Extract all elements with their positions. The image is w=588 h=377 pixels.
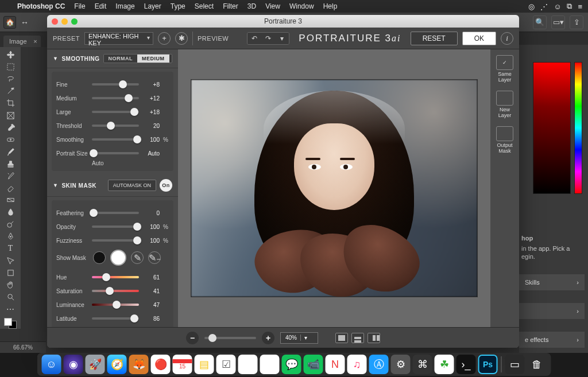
brush-tool-icon[interactable] [2,146,18,157]
same-layer-option[interactable]: ✓ [496,55,513,70]
hand-tool-icon[interactable] [2,279,18,290]
menu-filter[interactable]: Filter [218,2,243,10]
preview-image[interactable] [191,79,478,297]
info-button[interactable]: i [501,32,513,45]
finder-app-icon[interactable]: ☺ [42,355,61,374]
menu-select[interactable]: Select [190,2,218,10]
more-tools-icon[interactable]: ⋯ [2,304,18,314]
slider-luminance[interactable]: Luminance 47 [56,299,169,310]
gradient-tool-icon[interactable] [2,195,18,205]
appstore-app-icon[interactable]: Ⓐ [369,355,389,374]
settings-app-icon[interactable]: ⚙ [391,355,411,374]
music-app-icon[interactable]: ♫ [347,355,367,374]
slider-medium[interactable]: Medium +12 [56,92,169,104]
photos-app-icon[interactable]: ✿ [260,355,280,374]
output-mask-option[interactable] [496,126,513,141]
skinmask-header[interactable]: ▼ SKIN MASK AUTOMASK ON On [53,179,172,192]
learn-item-skills[interactable]: Skills› [519,274,585,290]
smoothing-mode-medium[interactable]: MEDIUM [137,55,169,63]
zoom-readout[interactable]: 66.67% [0,341,46,353]
color-swatches[interactable] [4,318,17,329]
slider-hue[interactable]: Hue 61 [56,271,169,283]
pen-tool-icon[interactable] [2,231,18,242]
smoothing-mode-normal[interactable]: NORMAL [104,55,138,63]
hue-strip[interactable] [574,62,582,194]
menu-file[interactable]: File [69,2,90,10]
photoshop-app-icon[interactable]: Ps [478,355,498,374]
eraser-tool-icon[interactable] [2,182,18,193]
launchpad-app-icon[interactable]: 🚀 [86,355,105,374]
frame-tool-icon[interactable] [2,110,18,121]
safari-app-icon[interactable]: 🧭 [107,355,127,374]
history-brush-tool-icon[interactable] [2,170,18,181]
news-app-icon[interactable]: N [326,355,345,374]
zoom-tool-icon[interactable] [2,292,18,302]
zoom-slider[interactable] [204,337,256,339]
mask-black-swatch[interactable] [93,251,106,264]
tool-icon[interactable]: ↔ [21,18,29,27]
slider-opacity[interactable]: Opacity 100 % [56,221,169,232]
color-picker-field[interactable] [533,62,571,194]
learn-item-2[interactable]: › [519,303,585,319]
slider-smoothing[interactable]: Smoothing 100 % [56,134,169,145]
slider-large[interactable]: Large +18 [56,106,169,118]
chrome-app-icon[interactable]: 🔴 [151,355,171,374]
move-tool-icon[interactable] [2,49,18,60]
mask-white-swatch[interactable] [110,250,126,266]
type-tool-icon[interactable]: T [2,243,18,254]
new-layer-option[interactable] [496,91,513,106]
add-preset-button[interactable]: + [158,32,171,45]
ok-button[interactable]: OK [462,32,496,45]
firefox-app-icon[interactable]: 🦊 [129,355,149,374]
path-tool-icon[interactable] [2,255,18,266]
displays-icon[interactable]: ⧉ [567,2,572,11]
dock-file-icon[interactable]: ▭ [505,355,525,374]
smoothing-mode-strong[interactable]: STRONG [169,55,172,63]
undo-button[interactable]: ↶ [247,33,261,44]
slider-saturation[interactable]: Saturation 41 [56,285,169,297]
messages-app-icon[interactable]: 💬 [282,355,301,374]
calendar-app-icon[interactable]: MAY15 [173,355,192,374]
menu-type[interactable]: Type [166,2,190,10]
siri-app-icon[interactable]: ◉ [64,355,83,374]
zoom-in-button[interactable]: + [262,332,274,344]
slider-latitude[interactable]: Latitude 86 [56,313,169,324]
menu-view[interactable]: View [261,2,285,10]
menu-image[interactable]: Image [111,2,139,10]
skinmask-on-toggle[interactable]: On [160,179,172,192]
notes-app-icon[interactable]: ▤ [195,355,214,374]
preset-settings-button[interactable]: ✱ [175,32,188,45]
blur-tool-icon[interactable] [2,207,18,217]
menu-3d[interactable]: 3D [243,2,261,10]
slider-fuzziness[interactable]: Fuzziness 100 % [56,235,169,246]
learn-item-effects[interactable]: e effects› [519,332,585,348]
automask-button[interactable]: AUTOMASK ON [108,180,156,191]
zoom-percent-dropdown[interactable]: 40%▾ [280,332,318,344]
plugin-titlebar[interactable]: Portraiture 3 [47,15,519,28]
marquee-tool-icon[interactable] [2,61,18,72]
close-window-icon[interactable] [52,18,58,25]
stamp-tool-icon[interactable] [2,158,18,169]
workspace-icon[interactable]: ▭▾ [551,15,565,29]
shape-tool-icon[interactable] [2,267,18,278]
slider-threshold[interactable]: Threshold 20 [56,120,169,131]
other-app-icon[interactable]: ⌘ [413,355,432,374]
view-single-button[interactable] [335,333,348,343]
wifi-icon[interactable]: ⋰ [540,2,548,11]
menu-help[interactable]: Help [319,2,342,10]
zoom-out-button[interactable]: − [186,332,199,344]
slider-feathering[interactable]: Feathering 0 [56,207,169,219]
eyedropper-add-icon[interactable]: ✎ [131,251,144,264]
menu-layer[interactable]: Layer [140,2,166,10]
reminders-app-icon[interactable]: ☑ [216,355,236,374]
zoom-window-icon[interactable] [71,18,78,25]
view-split-v-button[interactable] [368,333,380,343]
eyedropper-sub-icon[interactable]: ✎₋ [148,251,161,264]
clover-app-icon[interactable]: ☘ [435,355,454,374]
facetime-app-icon[interactable]: 📹 [304,355,323,374]
terminal-app-icon[interactable]: ›_ [457,355,476,374]
close-icon[interactable]: × [33,38,37,45]
menu-window[interactable]: Window [285,2,319,10]
user-icon[interactable]: ☺ [554,2,561,11]
preset-dropdown[interactable]: ENHANCE: HIGH KEY [84,32,153,45]
